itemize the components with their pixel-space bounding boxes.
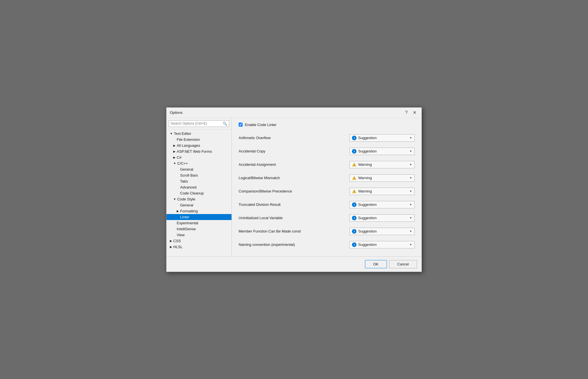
tree-item-label: Formatting	[180, 209, 198, 213]
tree-item-cpp-general[interactable]: ▶General	[166, 166, 232, 172]
tree-item-label: All Languages	[177, 143, 200, 148]
tree-item-cpp-tabs[interactable]: ▶Tabs	[166, 178, 232, 184]
dropdown-arrow-icon: ▼	[409, 243, 412, 246]
tree-item-experimental[interactable]: ▶Experimental	[166, 220, 232, 226]
option-dropdown-accidental-assignment[interactable]: ! Warning ▼	[349, 161, 415, 168]
option-dropdown-naming-convention[interactable]: i Suggestion ▼	[349, 241, 415, 248]
tree-item-label: C/C++	[177, 161, 188, 166]
dropdown-arrow-icon: ▼	[409, 216, 412, 219]
svg-text:!: !	[354, 190, 355, 193]
tree-item-text-editor[interactable]: ▼Text Editor	[166, 131, 232, 137]
info-icon: i	[352, 229, 356, 234]
info-icon: i	[352, 216, 356, 220]
options-list: Arithmetic Overflow i Suggestion ▼ Accid…	[239, 131, 415, 252]
tree-item-cs-general[interactable]: ▶General	[166, 202, 232, 208]
dialog-body: 🔍 ▼Text Editor▶File Extension▶All Langua…	[166, 118, 422, 256]
tree-item-hlsl[interactable]: ▶HLSL	[166, 244, 232, 250]
tree-item-css[interactable]: ▶CSS	[166, 238, 232, 244]
dropdown-value: Warning	[358, 176, 372, 180]
dialog-footer: OK Cancel	[166, 256, 422, 272]
title-bar: Options ? ✕	[166, 108, 422, 118]
window-title: Options	[170, 110, 183, 115]
tree-arrow: ▼	[170, 132, 173, 135]
option-dropdown-uninitialized-local-variable[interactable]: i Suggestion ▼	[349, 214, 415, 222]
search-icon: 🔍	[223, 122, 227, 126]
dropdown-value: Suggestion	[358, 202, 377, 207]
dropdown-value: Warning	[358, 189, 372, 193]
option-row-naming-convention: Naming convention (experimental) i Sugge…	[239, 238, 415, 252]
tree-item-intellisense[interactable]: ▶IntelliSense	[166, 226, 232, 232]
tree-item-label: Advanced	[180, 185, 197, 189]
ok-button[interactable]: OK	[365, 260, 387, 268]
option-label: Arithmetic Overflow	[239, 136, 271, 140]
svg-text:!: !	[354, 177, 355, 180]
option-dropdown-member-function-const[interactable]: i Suggestion ▼	[349, 228, 415, 235]
dropdown-arrow-icon: ▼	[409, 190, 412, 193]
option-row-logical-bitwise-mismatch: Logical/Bitwise Mismatch ! Warning ▼	[239, 171, 415, 185]
option-label: Logical/Bitwise Mismatch	[239, 176, 280, 180]
enable-linter-row: Enable Code Linter	[239, 123, 415, 127]
tree-item-label: View	[177, 233, 185, 237]
tree-item-label: Code Style	[177, 197, 195, 201]
dropdown-arrow-icon: ▼	[409, 203, 412, 206]
tree-arrow: ▶	[173, 150, 176, 153]
option-dropdown-accidental-copy[interactable]: i Suggestion ▼	[349, 148, 415, 155]
option-row-accidental-assignment: Accidental Assignment ! Warning ▼	[239, 158, 415, 171]
tree-item-view[interactable]: ▶View	[166, 232, 232, 238]
option-label: Naming convention (experimental)	[239, 242, 295, 247]
tree-arrow: ▶	[170, 245, 172, 248]
svg-text:!: !	[354, 164, 355, 166]
tree-item-linter[interactable]: ▶Linter	[166, 214, 232, 220]
warning-icon: !	[352, 176, 356, 180]
tree-item-cpp-codecleanup[interactable]: ▶Code Cleanup	[166, 190, 232, 196]
option-row-member-function-const: Member Function Can Be Made const i Sugg…	[239, 225, 415, 238]
title-bar-controls: ? ✕	[403, 110, 418, 116]
dropdown-value: Suggestion	[358, 229, 377, 233]
option-row-arithmetic-overflow: Arithmetic Overflow i Suggestion ▼	[239, 131, 415, 145]
dropdown-arrow-icon: ▼	[409, 150, 412, 153]
tree-item-cpp[interactable]: ▼C/C++	[166, 160, 232, 166]
tree-item-aspnet[interactable]: ▶ASP.NET Web Forms	[166, 148, 232, 154]
close-button[interactable]: ✕	[411, 110, 418, 116]
option-row-truncated-division-result: Truncated Division Result i Suggestion ▼	[239, 198, 415, 212]
tree-item-csharp[interactable]: ▶C#	[166, 154, 232, 160]
option-dropdown-logical-bitwise-mismatch[interactable]: ! Warning ▼	[349, 174, 415, 182]
option-label: Comparison/Bitwise Precedence	[239, 189, 292, 193]
tree-item-label: HLSL	[173, 245, 183, 249]
tree-item-cs-formatting[interactable]: ▶Formatting	[166, 208, 232, 214]
option-dropdown-comparison-bitwise-precedence[interactable]: ! Warning ▼	[349, 188, 415, 195]
dropdown-value: Suggestion	[358, 149, 377, 153]
option-dropdown-truncated-division-result[interactable]: i Suggestion ▼	[349, 201, 415, 208]
search-input[interactable]	[171, 122, 223, 125]
info-icon: i	[352, 149, 356, 154]
enable-linter-checkbox[interactable]	[239, 123, 243, 127]
option-label: Accidental Assignment	[239, 162, 276, 167]
enable-linter-label[interactable]: Enable Code Linter	[245, 123, 276, 127]
warning-icon: !	[352, 189, 356, 194]
option-dropdown-arithmetic-overflow[interactable]: i Suggestion ▼	[349, 134, 415, 142]
help-button[interactable]: ?	[403, 110, 409, 116]
tree-item-label: Scroll Bars	[180, 173, 198, 177]
cancel-button[interactable]: Cancel	[389, 260, 417, 268]
tree-item-all-languages[interactable]: ▶All Languages	[166, 143, 232, 148]
tree-item-code-style[interactable]: ▼Code Style	[166, 196, 232, 202]
sidebar: 🔍 ▼Text Editor▶File Extension▶All Langua…	[166, 118, 232, 256]
tree-item-label: IntelliSense	[177, 227, 196, 231]
option-label: Truncated Division Result	[239, 202, 281, 207]
tree-item-label: CSS	[173, 239, 181, 243]
tree-item-file-extension[interactable]: ▶File Extension	[166, 137, 232, 143]
tree-item-label: Tabs	[180, 179, 188, 183]
main-content: Enable Code Linter Arithmetic Overflow i…	[232, 118, 422, 256]
dropdown-value: Warning	[358, 162, 372, 167]
tree-arrow: ▼	[173, 162, 176, 165]
dropdown-value: Suggestion	[358, 136, 377, 140]
option-label: Uninitialized Local Variable	[239, 216, 283, 220]
tree: ▼Text Editor▶File Extension▶All Language…	[166, 129, 232, 256]
tree-item-cpp-advanced[interactable]: ▶Advanced	[166, 184, 232, 190]
tree-item-cpp-scrollbars[interactable]: ▶Scroll Bars	[166, 172, 232, 178]
tree-item-label: ASP.NET Web Forms	[177, 149, 212, 154]
warning-icon: !	[352, 162, 356, 167]
tree-item-label: General	[180, 167, 193, 171]
dropdown-value: Suggestion	[358, 242, 377, 247]
search-input-wrap[interactable]: 🔍	[169, 120, 229, 127]
